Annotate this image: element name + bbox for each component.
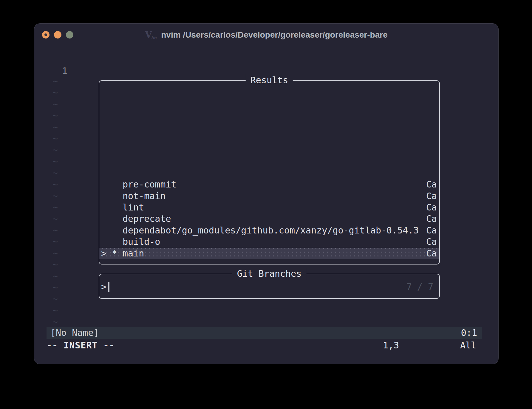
current-branch-marker: * <box>112 248 123 259</box>
branch-author: Ca <box>426 225 439 236</box>
branch-list-item[interactable]: pre-commit Ca <box>99 179 439 190</box>
scroll-indicator: All <box>460 339 476 351</box>
line-number: 1 <box>52 65 67 77</box>
text-cursor <box>108 282 109 292</box>
branch-author: Ca <box>426 190 439 202</box>
branch-list-item[interactable]: deprecate Ca <box>99 213 439 225</box>
prompt-prefix: > <box>101 281 106 293</box>
results-panel: Results pre-commit Ca not-main Ca lint C… <box>99 80 440 265</box>
cmdline: -- INSERT -- 1,3 All <box>47 339 482 351</box>
search-input[interactable]: > 7 / 7 <box>99 281 439 293</box>
branch-name: deprecate <box>123 213 171 225</box>
branch-name: main <box>123 248 144 259</box>
branch-author: Ca <box>426 236 439 247</box>
branch-list-item[interactable]: > * main Ca <box>99 248 439 259</box>
branch-author: Ca <box>426 179 439 190</box>
selection-caret: > <box>101 248 112 259</box>
vim-icon: Vim <box>145 30 157 39</box>
buffer-name: [No Name] <box>47 327 99 339</box>
branch-list-item[interactable]: not-main Ca <box>99 190 439 202</box>
branch-name: build-o <box>123 236 160 247</box>
branch-name: not-main <box>123 190 166 202</box>
branch-author: Ca <box>426 213 439 225</box>
terminal-window: Vim nvim /Users/carlos/Developer/gorelea… <box>34 23 499 364</box>
statusline-position: 0:1 <box>461 327 482 339</box>
mode-indicator: -- INSERT -- <box>47 339 115 351</box>
results-list: pre-commit Ca not-main Ca lint Ca deprec… <box>99 179 439 259</box>
branch-author: Ca <box>426 202 439 213</box>
branch-name: dependabot/go_modules/github.com/xanzy/g… <box>123 225 419 236</box>
branch-list-item[interactable]: dependabot/go_modules/github.com/xanzy/g… <box>99 225 439 236</box>
titlebar: Vim nvim /Users/carlos/Developer/gorelea… <box>34 24 498 43</box>
prompt-panel: Git Branches > 7 / 7 <box>99 274 440 299</box>
branch-name: lint <box>123 202 144 213</box>
result-counter: 7 / 7 <box>406 281 439 293</box>
branch-list-item[interactable]: lint Ca <box>99 202 439 213</box>
branch-name: pre-commit <box>123 179 177 190</box>
branch-author: Ca <box>426 248 439 259</box>
cursor-position: 1,3 <box>383 339 399 351</box>
window-title: nvim /Users/carlos/Developer/goreleaser/… <box>161 30 388 40</box>
results-panel-title: Results <box>246 74 293 86</box>
branch-list-item[interactable]: build-o Ca <box>99 236 439 247</box>
statusline: [No Name] 0:1 <box>47 327 482 339</box>
tilde-column: ~~~~~~~~~~~~~~~~~~~~~~ <box>52 76 58 328</box>
prompt-panel-title: Git Branches <box>232 268 307 280</box>
